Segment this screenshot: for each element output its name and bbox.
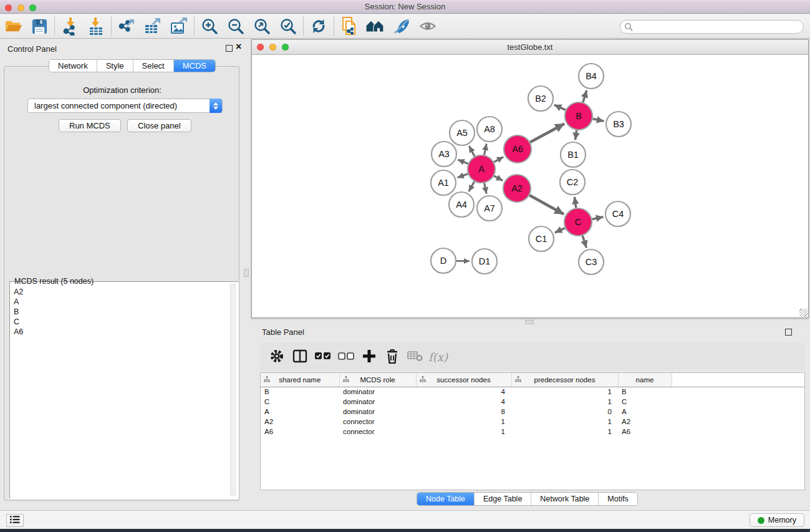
edge-C-C4[interactable] [592, 217, 604, 220]
graph-node-C[interactable]: C [564, 208, 592, 236]
toggle-annotations-button[interactable] [388, 16, 415, 37]
graph-node-B3[interactable]: B3 [606, 112, 631, 137]
edge-B-B4[interactable] [583, 90, 587, 102]
table-panel-float-button[interactable] [785, 329, 792, 336]
mcds-result-item[interactable]: C [14, 317, 23, 327]
table-tab-motifs[interactable]: Motifs [599, 493, 637, 505]
graph-node-C3[interactable]: C3 [579, 249, 604, 274]
open-file-button[interactable] [0, 16, 26, 37]
table-row[interactable]: A2connector11A2 [261, 417, 805, 427]
tab-network[interactable]: Network [49, 60, 97, 72]
column-header-shared-name[interactable]: shared name [261, 373, 339, 387]
panel-divider-grip[interactable] [525, 320, 534, 324]
column-header-MCDS-role[interactable]: MCDS role [339, 373, 416, 387]
apply-function-button[interactable]: f(x) [427, 346, 450, 368]
save-session-button[interactable] [26, 16, 52, 37]
graph-node-B4[interactable]: B4 [579, 64, 604, 89]
graph-node-A5[interactable]: A5 [450, 120, 475, 145]
edge-B-B2[interactable] [554, 105, 566, 110]
result-scrollbar[interactable] [230, 284, 236, 496]
graph-node-A8[interactable]: A8 [477, 117, 502, 142]
delete-table-button[interactable] [403, 346, 427, 368]
network-canvas[interactable]: B4B2BB3A5A8A6A3AB1A1C2A2A4A7CC4C1C3DD1 [252, 40, 809, 319]
control-panel-float-button[interactable] [226, 45, 233, 52]
graph-node-A7[interactable]: A7 [477, 196, 502, 221]
close-panel-button[interactable]: Close panel [127, 119, 191, 132]
graph-node-C1[interactable]: C1 [529, 226, 554, 251]
zoom-selected-button[interactable] [275, 16, 301, 37]
export-image-button[interactable] [166, 16, 192, 37]
table-settings-button[interactable] [265, 346, 288, 368]
edge-A-A1[interactable] [458, 174, 468, 178]
graph-node-B[interactable]: B [565, 102, 592, 130]
mcds-result-item[interactable]: A [14, 297, 23, 307]
import-table-button[interactable] [83, 16, 109, 37]
graph-node-A1[interactable]: A1 [431, 170, 456, 195]
graph-node-D1[interactable]: D1 [472, 249, 497, 274]
delete-columns-button[interactable] [380, 346, 403, 368]
table-tab-node-table[interactable]: Node Table [417, 493, 475, 505]
export-network-button[interactable] [113, 16, 140, 37]
show-details-button[interactable] [415, 16, 441, 37]
edge-A-A5[interactable] [469, 146, 475, 157]
tab-select[interactable]: Select [133, 60, 174, 72]
edge-A-A4[interactable] [469, 181, 475, 191]
table-tab-network-table[interactable]: Network Table [531, 493, 599, 505]
graph-node-A3[interactable]: A3 [432, 142, 456, 167]
graph-node-B2[interactable]: B2 [528, 86, 553, 111]
mcds-result-item[interactable]: A6 [14, 327, 23, 337]
edge-A-A7[interactable] [485, 183, 487, 194]
edge-C-C1[interactable] [555, 228, 565, 233]
graph-node-D[interactable]: D [431, 248, 456, 273]
search-input[interactable] [620, 20, 804, 34]
table-row[interactable]: Bdominator41B [261, 387, 805, 397]
edge-B-B1[interactable] [575, 130, 576, 140]
clone-network-button[interactable] [336, 16, 362, 37]
mcds-result-item[interactable]: B [14, 307, 23, 317]
edge-A-A2[interactable] [494, 176, 503, 181]
table-row[interactable]: Adominator80A [261, 407, 805, 417]
memory-button[interactable]: Memory [750, 513, 804, 527]
edge-A2-C[interactable] [529, 195, 564, 214]
panel-divider-grip[interactable] [244, 269, 249, 277]
column-header-successor-nodes[interactable]: successor nodes [416, 373, 511, 387]
deselect-all-columns-button[interactable] [334, 346, 357, 368]
mcds-result-item[interactable]: A2 [14, 287, 23, 297]
graph-node-A2[interactable]: A2 [503, 175, 531, 202]
edge-A-A3[interactable] [458, 160, 468, 164]
graph-node-A6[interactable]: A6 [504, 135, 531, 163]
control-panel-close-button[interactable]: × [236, 43, 241, 50]
criterion-dropdown[interactable]: largest connected component (directed) [27, 99, 223, 113]
table-tab-edge-table[interactable]: Edge Table [475, 493, 531, 505]
select-all-columns-button[interactable] [311, 346, 334, 368]
edge-C-C3[interactable] [582, 236, 586, 248]
edge-A-A8[interactable] [485, 144, 487, 155]
table-row[interactable]: Cdominator41C [261, 397, 805, 407]
task-history-button[interactable] [6, 514, 24, 527]
zoom-fit-button[interactable] [249, 16, 275, 37]
column-header-predecessor-nodes[interactable]: predecessor nodes [511, 373, 618, 387]
run-mcds-button[interactable]: Run MCDS [59, 119, 121, 132]
edge-B-B3[interactable] [593, 119, 604, 122]
split-columns-button[interactable] [288, 346, 311, 368]
table-row[interactable]: A6connector11A6 [261, 427, 805, 437]
import-network-button[interactable] [57, 16, 83, 37]
home-button[interactable] [362, 16, 388, 37]
graph-node-C2[interactable]: C2 [560, 170, 585, 195]
edge-C-C2[interactable] [574, 197, 576, 208]
graph-node-A[interactable]: A [468, 155, 495, 183]
refresh-view-button[interactable] [306, 16, 332, 37]
tab-mcds[interactable]: MCDS [174, 60, 215, 72]
window-resize-handle[interactable] [799, 309, 808, 317]
add-column-button[interactable] [357, 346, 380, 368]
export-table-button[interactable] [140, 16, 166, 37]
graph-node-C4[interactable]: C4 [605, 201, 630, 226]
zoom-in-button[interactable] [196, 16, 223, 37]
tab-style[interactable]: Style [97, 60, 133, 72]
graph-node-B1[interactable]: B1 [561, 142, 586, 167]
edge-A6-B[interactable] [530, 123, 564, 142]
zoom-out-button[interactable] [223, 16, 249, 37]
column-header-name[interactable]: name [618, 373, 672, 387]
graph-node-A4[interactable]: A4 [449, 192, 474, 217]
edge-A-A6[interactable] [494, 157, 503, 162]
